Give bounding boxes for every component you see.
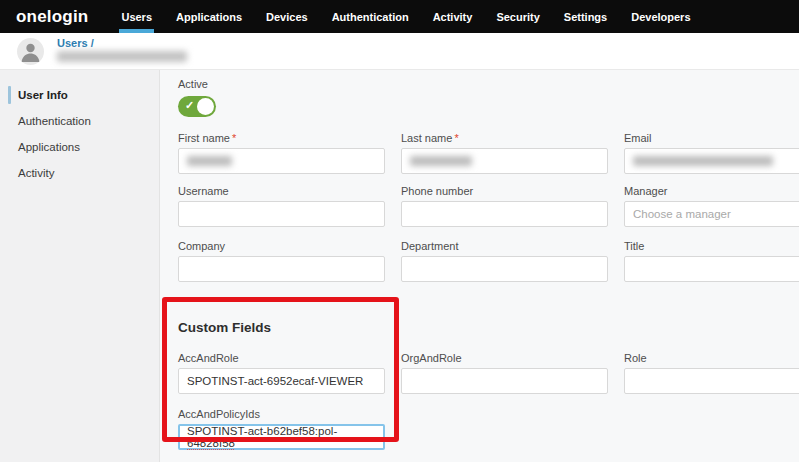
required-marker: * [454,132,458,144]
redacted-value [633,156,773,166]
redacted-value [187,156,232,166]
required-marker: * [232,132,236,144]
acc-and-role-label: AccAndRole [178,352,385,364]
nav-item-settings[interactable]: Settings [564,0,607,33]
company-input[interactable] [178,256,385,282]
phone-number-input[interactable] [401,201,608,227]
sidebar-item-authentication[interactable]: Authentication [0,108,159,134]
nav-item-devices[interactable]: Devices [266,0,308,33]
nav-item-security[interactable]: Security [496,0,539,33]
manager-input[interactable] [624,201,799,227]
breadcrumb-users-link[interactable]: Users / [57,37,94,49]
acc-and-role-input[interactable] [178,368,385,394]
redacted-value [410,156,472,166]
username-label: Username [178,185,385,197]
first-name-label: First name* [178,132,385,144]
active-toggle[interactable]: ✓ [178,96,216,117]
nav-item-users[interactable]: Users [121,0,152,33]
phone-number-label: Phone number [401,185,608,197]
sidebar-item-user-info[interactable]: User Info [0,82,159,108]
sidebar: User Info Authentication Applications Ac… [0,70,160,462]
user-name-redacted [57,51,187,62]
nav-item-applications[interactable]: Applications [176,0,242,33]
onelogin-logo: onelogin [16,7,88,27]
nav-item-activity[interactable]: Activity [433,0,473,33]
company-label: Company [178,240,385,252]
acc-and-policy-ids-label: AccAndPolicyIds [178,408,385,420]
top-nav: onelogin Users Applications Devices Auth… [0,0,799,33]
active-label: Active [178,78,799,90]
custom-fields-heading: Custom Fields [178,320,799,335]
manager-label: Manager [624,185,799,197]
user-avatar-icon [17,38,44,65]
main-area: User Info Authentication Applications Ac… [0,70,799,462]
nav-item-developers[interactable]: Developers [631,0,690,33]
check-icon: ✓ [185,99,194,112]
title-input[interactable] [624,256,799,282]
first-name-input[interactable] [178,148,385,174]
org-and-role-input[interactable] [401,368,608,394]
department-input[interactable] [401,256,608,282]
email-label: Email [624,132,799,144]
department-label: Department [401,240,608,252]
last-name-input[interactable] [401,148,608,174]
org-and-role-label: OrgAndRole [401,352,608,364]
toggle-knob [197,98,214,115]
acc-and-policy-ids-input[interactable]: SPOTINST-act-b62bef58:pol-64828f58 [178,424,385,450]
email-input[interactable] [624,148,799,174]
acc-and-policy-ids-value: SPOTINST-act-b62bef58:pol-64828f58 [187,425,376,449]
sidebar-item-activity[interactable]: Activity [0,160,159,186]
breadcrumb-header: Users / [0,33,799,70]
role-label: Role [624,352,799,364]
nav-item-authentication[interactable]: Authentication [332,0,409,33]
title-label: Title [624,240,799,252]
nav-menu: Users Applications Devices Authenticatio… [121,0,690,33]
username-input[interactable] [178,201,385,227]
sidebar-item-applications[interactable]: Applications [0,134,159,160]
last-name-label: Last name* [401,132,608,144]
user-info-form: Active ✓ First name* Last name* Email U [160,70,799,462]
role-input[interactable] [624,368,799,394]
